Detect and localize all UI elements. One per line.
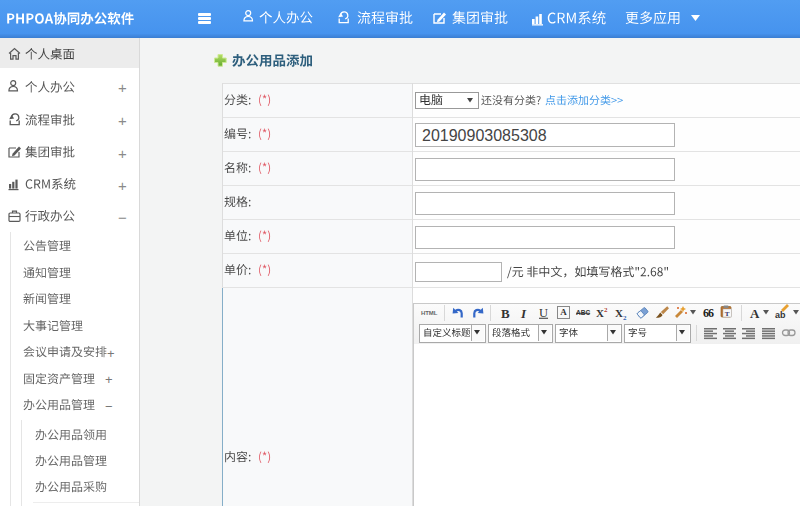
svg-text:T: T [725,310,730,318]
